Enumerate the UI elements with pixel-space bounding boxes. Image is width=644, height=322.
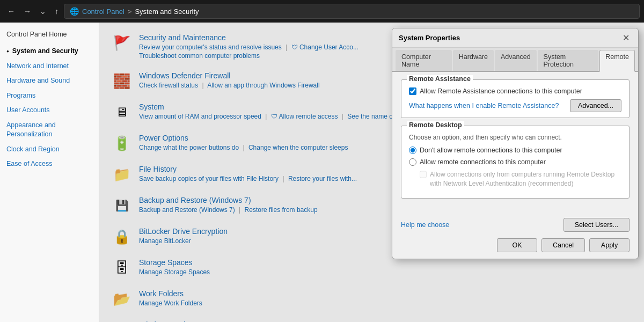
dialog-close-button[interactable]: ✕ xyxy=(620,33,632,43)
sidebar-label-appearance: Appearance and Personalization xyxy=(6,121,92,140)
allow-remote-assistance-label: Allow Remote Assistance connections to t… xyxy=(420,87,582,95)
allow-radio-row: Allow remote connections to this compute… xyxy=(409,158,621,166)
select-users-button[interactable]: Select Users... xyxy=(564,218,630,232)
address-part-2: System and Security xyxy=(135,8,199,16)
sidebar-item-appearance[interactable]: Appearance and Personalization xyxy=(0,118,99,142)
apply-button[interactable]: Apply xyxy=(589,238,630,252)
address-bar[interactable]: 🌐 Control Panel > System and Security xyxy=(64,4,640,19)
sidebar-label-programs: Programs xyxy=(6,91,35,101)
tab-remote[interactable]: Remote xyxy=(599,50,635,72)
sidebar-label-clock-region: Clock and Region xyxy=(6,145,60,155)
tab-hardware[interactable]: Hardware xyxy=(453,50,494,71)
sidebar-label-user-accounts: User Accounts xyxy=(6,106,50,115)
dont-allow-label: Don't allow remote connections to this c… xyxy=(420,147,562,154)
sidebar: Control Panel Home System and Security N… xyxy=(0,23,99,322)
remote-desktop-group-title: Remote Desktop xyxy=(407,121,464,129)
nla-option-row: Allow connections only from computers ru… xyxy=(420,170,621,188)
sidebar-item-clock-region[interactable]: Clock and Region xyxy=(0,142,99,157)
nla-checkbox xyxy=(420,171,427,178)
sidebar-item-user-accounts[interactable]: User Accounts xyxy=(0,103,99,118)
sidebar-label-ease-access: Ease of Access xyxy=(6,159,52,169)
remote-desktop-help-text: Choose an option, and then specify who c… xyxy=(409,134,621,141)
ok-button[interactable]: OK xyxy=(497,238,537,252)
address-part-1: Control Panel xyxy=(82,8,125,16)
tab-advanced[interactable]: Advanced xyxy=(495,50,537,71)
address-sep-1: > xyxy=(128,8,132,16)
main-layout: Control Panel Home System and Security N… xyxy=(0,23,644,322)
tab-computer-name[interactable]: Computer Name xyxy=(396,50,452,71)
sidebar-item-ease-access[interactable]: Ease of Access xyxy=(0,157,99,172)
cancel-button[interactable]: Cancel xyxy=(541,238,585,252)
sidebar-item-programs[interactable]: Programs xyxy=(0,89,99,104)
dont-allow-radio-row: Don't allow remote connections to this c… xyxy=(409,147,621,154)
forward-button[interactable]: → xyxy=(20,5,34,18)
dialog-overlay: System Properties ✕ Computer Name Hardwa… xyxy=(99,23,644,322)
dialog-footer: Help me choose Select Users... xyxy=(392,214,638,238)
content-area: 🚩 Security and Maintenance Review your c… xyxy=(99,23,644,322)
dialog-tabs: Computer Name Hardware Advanced System P… xyxy=(392,48,638,72)
top-bar: ← → ⌄ ↑ 🌐 Control Panel > System and Sec… xyxy=(0,0,644,23)
remote-assistance-help-link[interactable]: What happens when I enable Remote Assist… xyxy=(409,102,559,109)
allow-remote-assistance-row: Allow Remote Assistance connections to t… xyxy=(409,87,621,95)
dialog-titlebar: System Properties ✕ xyxy=(392,28,638,48)
back-button[interactable]: ← xyxy=(4,5,18,18)
sidebar-item-network-internet[interactable]: Network and Internet xyxy=(0,59,99,74)
system-properties-dialog: System Properties ✕ Computer Name Hardwa… xyxy=(392,28,639,259)
allow-remote-assistance-checkbox[interactable] xyxy=(409,87,416,95)
dialog-title: System Properties xyxy=(399,34,460,42)
sidebar-home[interactable]: Control Panel Home xyxy=(0,28,99,41)
sidebar-label-hardware-sound: Hardware and Sound xyxy=(6,76,70,86)
remote-assistance-advanced-button[interactable]: Advanced... xyxy=(570,99,621,112)
sidebar-label-system-security: System and Security xyxy=(12,47,78,56)
sidebar-item-hardware-sound[interactable]: Hardware and Sound xyxy=(0,74,99,89)
help-me-choose-link[interactable]: Help me choose xyxy=(401,221,449,229)
allow-label: Allow remote connections to this compute… xyxy=(420,158,546,166)
dont-allow-radio[interactable] xyxy=(409,147,416,154)
sidebar-item-system-security[interactable]: System and Security xyxy=(0,44,99,59)
remote-desktop-group: Remote Desktop Choose an option, and the… xyxy=(401,126,630,199)
globe-icon: 🌐 xyxy=(70,7,79,16)
nla-label: Allow connections only from computers ru… xyxy=(430,170,621,188)
sidebar-label-network-internet: Network and Internet xyxy=(6,62,69,71)
dialog-body: Remote Assistance Allow Remote Assistanc… xyxy=(392,72,638,214)
tab-system-protection[interactable]: System Protection xyxy=(538,50,599,71)
down-button[interactable]: ⌄ xyxy=(36,5,49,18)
remote-assistance-group: Remote Assistance Allow Remote Assistanc… xyxy=(401,79,630,118)
up-button[interactable]: ↑ xyxy=(52,5,62,18)
allow-radio[interactable] xyxy=(409,158,416,166)
remote-assistance-group-title: Remote Assistance xyxy=(407,75,473,83)
